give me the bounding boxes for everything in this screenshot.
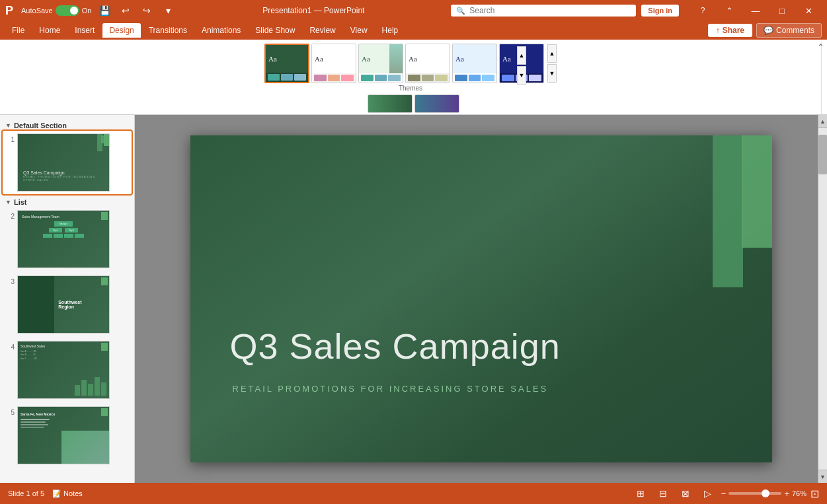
slide-2-thumb: Sales Management Team Manager Rep1 Rep2 xyxy=(17,210,110,268)
themes-items: Aa Aa xyxy=(264,44,557,83)
share-button[interactable]: ↑ Share xyxy=(708,24,752,37)
themes-scroll-down[interactable]: ▼ xyxy=(547,64,557,83)
menu-insert[interactable]: Insert xyxy=(68,23,101,38)
share-label: Share xyxy=(723,26,744,35)
autosave-on-label: On xyxy=(82,7,92,15)
slide-4-number: 4 xyxy=(5,343,15,351)
themes-scroll-up[interactable]: ▲ xyxy=(547,44,557,63)
zoom-out-button[interactable]: − xyxy=(721,489,727,499)
menu-slideshow[interactable]: Slide Show xyxy=(249,23,301,38)
theme-item-2[interactable]: Aa xyxy=(311,44,356,83)
slide-3-thumb: Southwest Region xyxy=(17,275,110,334)
notes-label: Notes xyxy=(63,489,83,497)
slide-title-text[interactable]: Q3 Sales Campaign xyxy=(230,326,561,367)
title-bar: P AutoSave On 💾 ↩ ↪ ▾ Presentation1 — Po… xyxy=(0,0,827,21)
themes-group: Aa Aa xyxy=(5,42,822,93)
variant-1[interactable] xyxy=(368,94,413,113)
theme-item-5[interactable]: Aa xyxy=(452,44,497,83)
slide-area: Q3 Sales Campaign RETAIL PROMOTIONS FOR … xyxy=(135,115,827,483)
share-icon: ↑ xyxy=(716,26,720,35)
autosave-toggle[interactable] xyxy=(56,5,79,16)
app-icon: P xyxy=(5,4,13,18)
status-bar: Slide 1 of 5 📝 Notes ⊞ ⊟ ⊠ ▷ − + 76% ⊡ xyxy=(0,483,827,504)
ribbon-collapse-chevron[interactable]: ⌃ xyxy=(817,42,824,52)
comments-label: Comments xyxy=(776,26,814,35)
ribbon-collapse-button[interactable]: ⌃ xyxy=(716,0,742,21)
autosave-label: AutoSave xyxy=(21,7,53,15)
themes-scroll: ▲ ▼ xyxy=(547,44,557,83)
menu-home[interactable]: Home xyxy=(32,23,67,38)
notes-button[interactable]: 📝 Notes xyxy=(52,489,83,498)
zoom-level: 76% xyxy=(792,489,807,497)
presenter-view-button[interactable]: ▷ xyxy=(699,486,717,501)
zoom-knob[interactable] xyxy=(762,489,769,497)
theme-item-1[interactable]: Aa xyxy=(264,44,309,83)
slide-deco-block-2 xyxy=(742,135,772,248)
slide-item-3[interactable]: 3 Southwest Region xyxy=(3,273,132,336)
slide-4-thumb: Southwest Sales Item A ........... 120 I… xyxy=(17,341,110,399)
scrollbar-up-btn[interactable]: ▲ xyxy=(818,115,827,128)
status-right: ⊞ ⊟ ⊠ ▷ − + 76% ⊡ xyxy=(631,486,819,501)
help-icon-button[interactable]: ? xyxy=(689,0,716,21)
theme-item-3[interactable]: Aa xyxy=(358,44,403,83)
autosave-knob xyxy=(70,7,78,15)
theme-item-4[interactable]: Aa xyxy=(405,44,450,83)
scrollbar-track xyxy=(818,128,827,470)
menu-file[interactable]: File xyxy=(5,23,31,38)
reading-view-button[interactable]: ⊠ xyxy=(676,486,695,501)
minimize-button[interactable]: — xyxy=(742,0,769,21)
slide-1-thumb: Q3 Sales Campaign RETAIL PROMOTIONS FOR … xyxy=(17,133,110,192)
slide-info: Slide 1 of 5 xyxy=(8,489,44,497)
zoom-in-button[interactable]: + xyxy=(784,489,789,499)
variants-scroll-up[interactable]: ▲ xyxy=(517,46,526,65)
menu-animations[interactable]: Animations xyxy=(195,23,247,38)
slide-deco-block-1 xyxy=(713,135,743,287)
autosave-group: AutoSave On xyxy=(21,5,91,16)
customize-button[interactable]: ▾ xyxy=(160,3,176,18)
search-box: 🔍 xyxy=(451,5,636,17)
variants-scroll-down[interactable]: ▼ xyxy=(517,66,526,85)
slide-subtitle-text[interactable]: RETAIL PROMOTIONS FOR INCREASING STORE S… xyxy=(233,384,549,394)
slide-area-scrollbar[interactable]: ▲ ▼ xyxy=(818,115,827,483)
menu-design[interactable]: Design xyxy=(102,23,140,38)
ribbon-wrapper: File Home Insert Design Transitions Anim… xyxy=(0,21,827,115)
fit-slide-button[interactable]: ⊡ xyxy=(810,487,819,500)
menu-review[interactable]: Review xyxy=(303,23,342,38)
ribbon: Aa Aa xyxy=(0,40,827,115)
slide-sorter-button[interactable]: ⊟ xyxy=(654,486,672,501)
menu-help[interactable]: Help xyxy=(375,23,405,38)
normal-view-button[interactable]: ⊞ xyxy=(631,486,650,501)
menu-bar: File Home Insert Design Transitions Anim… xyxy=(0,21,827,40)
themes-label: Themes xyxy=(399,85,422,92)
sign-in-button[interactable]: Sign in xyxy=(641,5,679,17)
close-button[interactable]: ✕ xyxy=(795,0,822,21)
menu-transitions[interactable]: Transitions xyxy=(142,23,194,38)
comments-icon: 💬 xyxy=(764,26,773,35)
comments-button[interactable]: 💬 Comments xyxy=(756,23,822,38)
slide-5-number: 5 xyxy=(5,409,15,416)
doc-title: Presentation1 — PowerPoint xyxy=(181,6,446,15)
window-controls: ? ⌃ — □ ✕ xyxy=(689,0,822,21)
maximize-button[interactable]: □ xyxy=(769,0,795,21)
variant-2[interactable] xyxy=(414,94,459,113)
save-button[interactable]: 💾 xyxy=(97,3,112,18)
zoom-slider[interactable] xyxy=(729,492,781,495)
notes-icon: 📝 xyxy=(52,489,61,498)
search-input[interactable] xyxy=(469,6,631,15)
slide-3-number: 3 xyxy=(5,278,15,285)
slide-5-thumb: Santa Fe, New Mexico xyxy=(17,406,110,464)
undo-button[interactable]: ↩ xyxy=(118,3,134,18)
scrollbar-thumb[interactable] xyxy=(818,135,827,174)
zoom-control: − + 76% xyxy=(721,489,807,499)
slide-item-4[interactable]: 4 Southwest Sales Item A ........... 120… xyxy=(3,338,132,402)
redo-button[interactable]: ↪ xyxy=(139,3,155,18)
scrollbar-down-btn[interactable]: ▼ xyxy=(818,470,827,483)
menu-view[interactable]: View xyxy=(344,23,374,38)
main-slide-canvas[interactable]: Q3 Sales Campaign RETAIL PROMOTIONS FOR … xyxy=(190,135,772,462)
slide-item-5[interactable]: 5 Santa Fe, New Mexico xyxy=(3,404,132,467)
search-icon: 🔍 xyxy=(456,7,465,15)
